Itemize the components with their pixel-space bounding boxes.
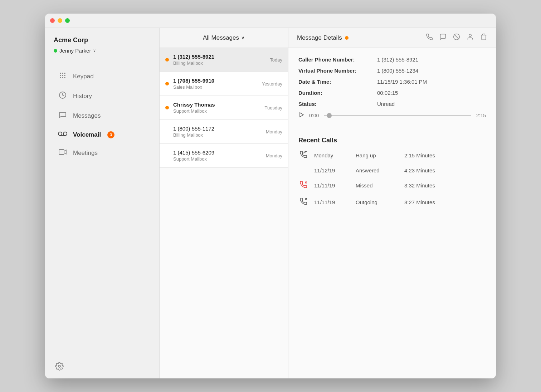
svg-point-5 [64,75,65,76]
svg-point-7 [62,77,63,78]
svg-point-17 [469,34,472,37]
play-button[interactable] [298,112,304,119]
detail-row-status: Status: Unread [298,101,486,107]
read-dot-5 [165,154,169,157]
call-icon[interactable] [426,33,433,42]
meetings-icon [58,149,67,157]
msg-info-3: Chrissy Thomas Support Mailbox [173,102,260,114]
contact-icon[interactable] [467,33,474,42]
call-duration-2: 4:23 Minutes [404,167,435,173]
messages-icon [58,111,67,121]
user-status-dot [54,49,57,53]
message-item-3[interactable]: Chrissy Thomas Support Mailbox Tuesday [160,96,288,120]
call-type-1: Hang up [356,152,399,158]
sidebar-item-history[interactable]: History [48,87,156,105]
message-list-panel: All Messages ∨ 1 (312) 555-8921 Billing … [160,28,288,378]
datetime-label: Date & Time: [298,79,377,85]
dropdown-chevron-icon[interactable]: ∨ [241,35,245,40]
detail-row-caller: Caller Phone Number: 1 (312) 555-8921 [298,57,486,63]
svg-point-14 [58,365,60,367]
sidebar-item-voicemail-label: Voicemail [73,131,101,138]
msg-date-3: Tuesday [265,105,282,111]
msg-info-1: 1 (312) 555-8921 Billing Mailbox [173,54,265,66]
detail-title-label: Message Details [297,34,342,41]
delete-icon[interactable] [480,33,487,42]
read-dot-4 [165,130,169,133]
sidebar-item-keypad-label: Keypad [73,73,94,80]
audio-thumb[interactable] [327,113,332,118]
call-date-1: Monday [314,152,350,158]
sidebar-item-meetings-label: Meetings [73,150,98,157]
duration-value: 00:02:15 [377,90,398,96]
recent-calls-section: Recent Calls Monday Hang up 2:15 Minutes [288,128,496,378]
msg-date-4: Monday [266,129,282,134]
block-icon[interactable] [453,33,460,42]
chevron-down-icon: ∨ [93,48,96,53]
history-icon [58,91,67,101]
msg-date-2: Yesterday [262,81,282,87]
virtual-phone-value: 1 (800) 555-1234 [377,68,418,74]
unread-dot-2 [165,82,169,85]
sidebar-nav: Keypad History [45,57,159,356]
call-row-2: 11/12/19 Answered 4:23 Minutes [298,167,486,173]
message-item-5[interactable]: 1 (415) 555-6209 Support Mailbox Monday [160,144,288,168]
call-row-1: Monday Hang up 2:15 Minutes [298,151,486,160]
unread-dot-1 [165,58,169,62]
svg-point-0 [60,73,61,74]
svg-point-2 [64,73,65,74]
svg-point-8 [64,77,65,78]
svg-point-3 [60,75,61,76]
call-row-3: 11/11/19 Missed 3:32 Minutes [298,181,486,190]
main-layout: Acme Corp Jenny Parker ∨ [45,28,496,378]
msg-info-4: 1 (800) 555-1172 Billing Mailbox [173,126,262,138]
audio-track[interactable] [324,115,471,116]
message-item-1[interactable]: 1 (312) 555-8921 Billing Mailbox Today [160,48,288,72]
svg-point-1 [62,73,63,74]
sidebar: Acme Corp Jenny Parker ∨ [45,28,160,378]
msg-date-1: Today [270,57,282,63]
message-icon[interactable] [439,33,447,42]
svg-line-16 [454,35,459,39]
detail-panel: Message Details [288,28,496,378]
audio-end-time: 2:15 [476,113,486,118]
svg-point-10 [58,132,62,136]
msg-name-4: 1 (800) 555-1172 [173,126,262,132]
sidebar-item-keypad[interactable]: Keypad [48,67,156,85]
message-item-4[interactable]: 1 (800) 555-1172 Billing Mailbox Monday [160,120,288,144]
sidebar-item-voicemail[interactable]: Voicemail 3 [48,126,156,143]
call-type-4: Outgoing [356,199,399,205]
call-date-3: 11/11/19 [314,182,350,188]
message-item-2[interactable]: 1 (708) 555-9910 Sales Mailbox Yesterday [160,72,288,96]
call-duration-3: 3:32 Minutes [404,182,435,188]
call-duration-4: 8:27 Minutes [404,199,435,205]
msg-mailbox-4: Billing Mailbox [173,132,262,138]
detail-row-datetime: Date & Time: 11/15/19 1:36:01 PM [298,79,486,85]
settings-icon[interactable] [55,363,64,372]
detail-row-duration: Duration: 00:02:15 [298,90,486,96]
svg-rect-13 [59,150,64,155]
call-row-4: 11/11/19 Outgoing 8:27 Minutes [298,197,486,207]
detail-title: Message Details [297,34,421,41]
audio-current-time: 0:00 [309,113,319,118]
detail-fields: Caller Phone Number: 1 (312) 555-8921 Vi… [288,48,496,128]
user-name-button[interactable]: Jenny Parker ∨ [54,48,151,54]
msg-name-3: Chrissy Thomas [173,102,260,108]
outgoing-call-icon-4 [298,197,308,207]
svg-marker-18 [300,113,303,117]
call-date-2: 11/12/19 [314,167,350,173]
voicemail-icon [58,131,67,139]
all-messages-label: All Messages [203,34,239,41]
sidebar-item-messages[interactable]: Messages [48,107,156,125]
svg-point-6 [60,77,61,78]
maximize-button[interactable] [65,18,70,23]
call-date-4: 11/11/19 [314,199,350,205]
close-button[interactable] [50,18,55,23]
minimize-button[interactable] [58,18,62,23]
sidebar-item-meetings[interactable]: Meetings [48,144,156,161]
detail-panel-header: Message Details [288,28,496,48]
msg-name-5: 1 (415) 555-6209 [173,150,262,156]
audio-player: 0:00 2:15 [298,112,486,119]
msg-mailbox-3: Support Mailbox [173,108,260,114]
voicemail-badge: 3 [107,131,114,138]
msg-mailbox-1: Billing Mailbox [173,60,265,66]
